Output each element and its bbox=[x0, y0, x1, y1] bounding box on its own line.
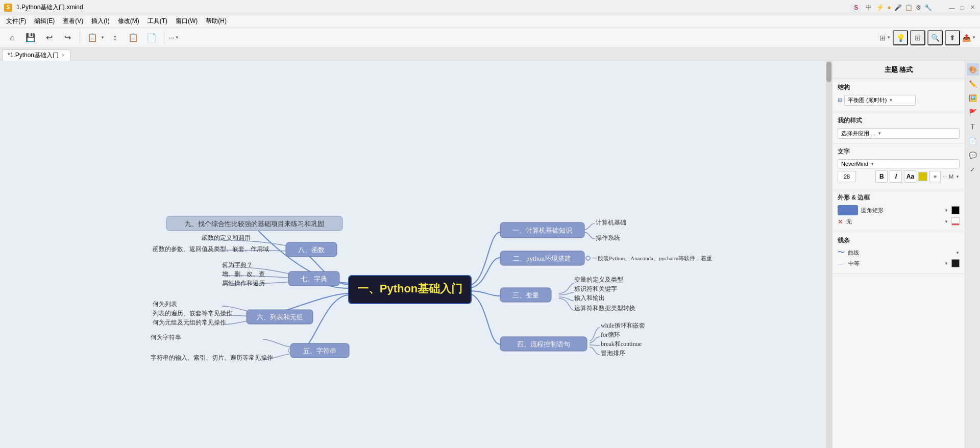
app-icon: S bbox=[4, 4, 12, 12]
structure-label: 结构 bbox=[838, 83, 960, 92]
font-name-arrow: ▼ bbox=[870, 162, 874, 166]
sougou-icon: S bbox=[851, 4, 861, 12]
minimize-button[interactable]: — bbox=[948, 4, 955, 11]
image-strip-button[interactable]: 🖼️ bbox=[967, 92, 979, 104]
search-button[interactable]: 🔍 bbox=[927, 30, 943, 45]
undo-button[interactable]: ↩ bbox=[41, 30, 57, 46]
tab-close-button[interactable]: × bbox=[62, 53, 65, 58]
flag-strip-button[interactable]: 🚩 bbox=[967, 106, 979, 118]
more-dropdown[interactable]: ··· ▼ bbox=[168, 34, 179, 41]
svg-text:计算机基础: 计算机基础 bbox=[596, 219, 626, 226]
tab-label: *1.Python基础入门 bbox=[8, 51, 59, 60]
menu-edit[interactable]: 编辑(E) bbox=[30, 16, 59, 27]
menu-bar: 文件(F) 编辑(E) 查看(V) 插入(I) 修改(M) 工具(T) 窗口(W… bbox=[0, 15, 980, 28]
share-button[interactable]: ⬆ bbox=[945, 30, 960, 45]
border-select-arrow: ▼ bbox=[944, 219, 948, 224]
right-panel: 主题 格式 结构 ⊞ 平衡图 (顺时针) ▼ 我的样式 选择并应用 ... ▼ bbox=[832, 61, 965, 448]
font-color-swatch[interactable] bbox=[918, 172, 927, 181]
clipboard-button[interactable]: 📋 bbox=[84, 30, 101, 46]
paste-button[interactable]: 📄 bbox=[143, 30, 160, 46]
title-bar-controls: S 中 ⚡ ● 🎤 📋 ⚙ 🔧 — □ ✕ bbox=[851, 3, 976, 12]
save-button[interactable]: 💾 bbox=[22, 30, 39, 46]
shape-rect-preview bbox=[838, 205, 858, 215]
svg-text:一、计算机基础知识: 一、计算机基础知识 bbox=[512, 227, 572, 234]
svg-text:break和continue: break和continue bbox=[601, 340, 642, 347]
my-style-select[interactable]: 选择并应用 ... ▼ bbox=[838, 128, 960, 139]
font-name-select[interactable]: NeverMind ▼ bbox=[838, 159, 960, 168]
scrollbar-thumb[interactable] bbox=[826, 62, 831, 82]
note-strip-button[interactable]: 📄 bbox=[967, 135, 979, 147]
menu-tools[interactable]: 工具(T) bbox=[143, 16, 172, 27]
canvas-area[interactable]: 一、Python基础入门 一、计算机基础知识 二、python环境搭建 三、变量… bbox=[0, 61, 832, 448]
structure-icon-group: ⊞ 平衡图 (顺时针) ▼ bbox=[838, 95, 916, 106]
shape-select-arrow: ▼ bbox=[944, 208, 948, 213]
clipboard-dropdown[interactable]: 📋 ▼ bbox=[84, 30, 105, 46]
home-button[interactable]: ⌂ bbox=[4, 30, 20, 46]
fontsize-button[interactable]: Aa bbox=[904, 170, 916, 183]
structure-select-arrow: ▼ bbox=[889, 98, 893, 103]
menu-modify[interactable]: 修改(M) bbox=[114, 16, 143, 27]
no-border-icon: ✕ bbox=[838, 218, 843, 226]
menu-help[interactable]: 帮助(H) bbox=[202, 16, 231, 27]
close-button[interactable]: ✕ bbox=[969, 4, 976, 11]
svg-text:六、列表和元组: 六、列表和元组 bbox=[257, 313, 303, 321]
mindmap-svg: 一、Python基础入门 一、计算机基础知识 二、python环境搭建 三、变量… bbox=[0, 61, 832, 448]
redo-button[interactable]: ↪ bbox=[59, 30, 76, 46]
arrange-button[interactable]: ↕ bbox=[107, 30, 123, 46]
svg-text:七、字典: 七、字典 bbox=[301, 275, 327, 283]
my-style-label: 我的样式 bbox=[838, 116, 960, 125]
line-color-swatch[interactable] bbox=[951, 259, 960, 267]
scrollbar-vertical[interactable] bbox=[826, 61, 832, 448]
tray-icon-4: 🎤 bbox=[894, 4, 902, 11]
shape-border-color[interactable] bbox=[951, 206, 960, 214]
svg-text:何为字符串: 何为字符串 bbox=[151, 334, 181, 341]
more-label: ··· bbox=[168, 34, 174, 41]
panel-section-text: 文字 NeverMind ▼ B I Aa ≡ ··· M ▼ bbox=[832, 143, 965, 189]
more-arrow: ▼ bbox=[175, 35, 179, 40]
line-style-arrow: ▼ bbox=[955, 251, 960, 255]
text-more-label: M bbox=[949, 173, 953, 180]
shape-name: 圆角矩形 bbox=[861, 207, 884, 214]
file-tab[interactable]: *1.Python基础入门 × bbox=[2, 49, 70, 61]
svg-text:冒泡排序: 冒泡排序 bbox=[601, 350, 625, 357]
export-arrow: ▼ bbox=[972, 35, 976, 40]
menu-window[interactable]: 窗口(W) bbox=[172, 16, 202, 27]
bulb-button[interactable]: 💡 bbox=[893, 30, 908, 45]
svg-text:二、python环境搭建: 二、python环境搭建 bbox=[513, 255, 571, 262]
svg-text:四、流程控制语句: 四、流程控制语句 bbox=[517, 340, 570, 348]
italic-button[interactable]: I bbox=[890, 170, 902, 183]
align-button[interactable]: ≡ bbox=[929, 171, 941, 182]
menu-insert[interactable]: 插入(I) bbox=[87, 16, 113, 27]
check-strip-button[interactable]: ✓ bbox=[967, 163, 979, 176]
font-name-value: NeverMind bbox=[841, 161, 868, 167]
border-color-swatch[interactable] bbox=[951, 217, 960, 226]
line-weight-name: 中等 bbox=[848, 260, 860, 267]
line-style-row: 〜 曲线 ▼ bbox=[838, 248, 960, 257]
svg-text:运算符和数据类型转换: 运算符和数据类型转换 bbox=[574, 305, 635, 312]
panel-section-structure: 结构 ⊞ 平衡图 (顺时针) ▼ bbox=[832, 79, 965, 112]
svg-text:变量的定义及类型: 变量的定义及类型 bbox=[574, 276, 623, 283]
grid-button[interactable]: ⊞ bbox=[910, 30, 925, 45]
svg-text:何为列表: 何为列表 bbox=[153, 301, 177, 308]
format-strip-button[interactable]: 🎨 bbox=[967, 63, 979, 76]
line-style-name: 曲线 bbox=[848, 249, 859, 257]
maximize-button[interactable]: □ bbox=[959, 4, 966, 11]
toolbar-right: ⊞ ▼ 💡 ⊞ 🔍 ⬆ 📤 ▼ bbox=[879, 30, 976, 45]
svg-rect-0 bbox=[100, 61, 732, 448]
panel-section-shape: 外形 & 边框 圆角矩形 ▼ ✕ 无 ▼ bbox=[832, 189, 965, 232]
menu-view[interactable]: 查看(V) bbox=[59, 16, 87, 27]
svg-text:输入和输出: 输入和输出 bbox=[574, 294, 605, 302]
line-weight-arrow: ▼ bbox=[944, 261, 948, 266]
copy-style-button[interactable]: 📋 bbox=[125, 30, 141, 46]
bold-button[interactable]: B bbox=[875, 170, 888, 183]
structure-select[interactable]: 平衡图 (顺时针) ▼ bbox=[844, 95, 916, 106]
comment-strip-button[interactable]: 💬 bbox=[967, 149, 979, 161]
font-size-input[interactable] bbox=[838, 171, 856, 182]
menu-file[interactable]: 文件(F) bbox=[2, 16, 30, 27]
export-dropdown[interactable]: 📤 ▼ bbox=[962, 34, 976, 42]
tray-icon-6: ⚙ bbox=[916, 4, 921, 11]
layout-dropdown[interactable]: ⊞ ▼ bbox=[879, 34, 891, 42]
theme-strip-button[interactable]: ✏️ bbox=[967, 78, 979, 90]
text-strip-button[interactable]: T bbox=[967, 120, 979, 133]
my-style-value: 选择并应用 ... bbox=[841, 130, 875, 137]
